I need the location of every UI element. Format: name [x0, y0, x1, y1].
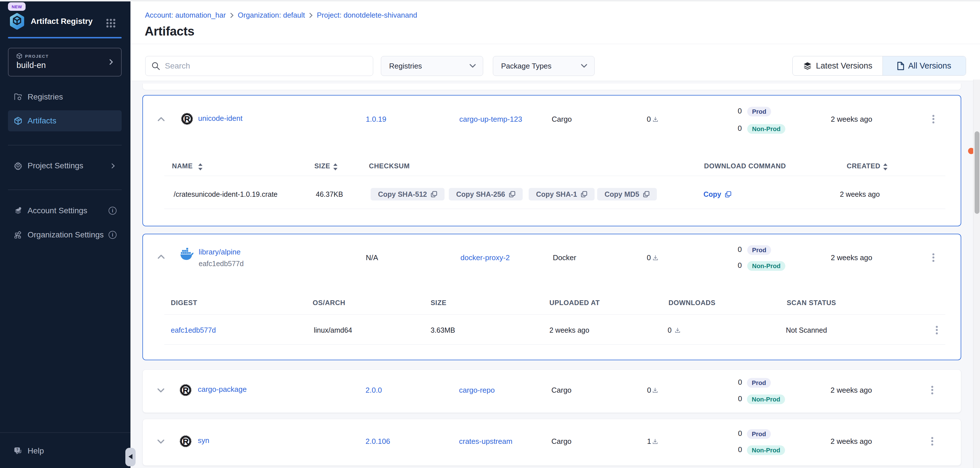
svg-text:?: ?: [16, 448, 18, 452]
